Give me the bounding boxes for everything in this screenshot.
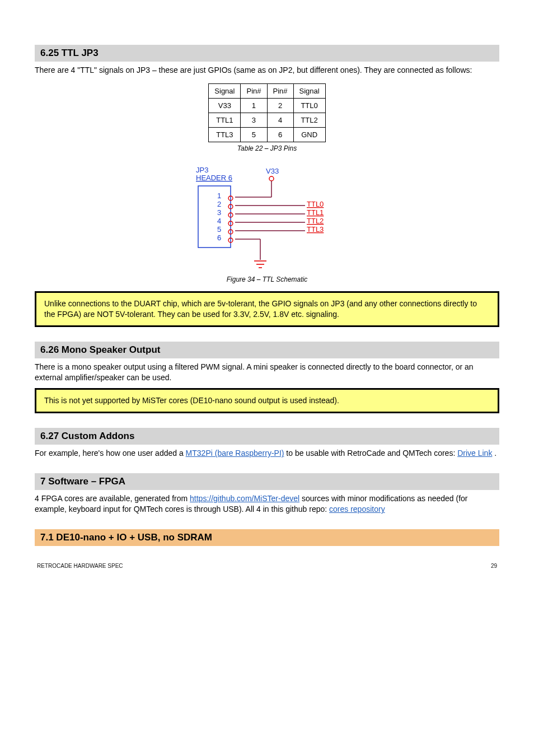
table-cell: V33: [209, 98, 241, 113]
net-label: TTL2: [307, 217, 324, 225]
pin-num: 1: [217, 192, 221, 200]
schem-header6-label: HEADER 6: [196, 174, 232, 182]
pin-num: 6: [217, 234, 221, 242]
mister-devel-link[interactable]: https://github.com/MiSTer-devel: [190, 494, 299, 503]
section-heading-speaker: 6.26 Mono Speaker Output: [35, 342, 499, 358]
section-body-ttl: There are 4 "TTL" signals on JP3 – these…: [35, 65, 499, 76]
ttl-schematic: JP3 HEADER 6 V33 1 2 3 4 5 6: [196, 166, 339, 272]
table-cell: 4: [267, 113, 293, 127]
table-head: Pin#: [267, 83, 293, 98]
section-heading-ttl: 6.25 TTL JP3: [35, 45, 499, 62]
mt32pi-link[interactable]: MT32Pi (bare Raspberry-PI): [186, 449, 284, 458]
ground-symbol-icon: [254, 261, 266, 268]
figure-caption-ttl: Figure 34 – TTL Schematic: [35, 276, 499, 283]
table-cell: TTL3: [209, 127, 241, 142]
table-cell: 1: [241, 98, 267, 113]
pin-num: 2: [217, 200, 221, 208]
table-cell: TTL1: [209, 113, 241, 127]
table-cell: 6: [267, 127, 293, 142]
text-fragment: 4 FPGA cores are available, generated fr…: [35, 494, 190, 503]
table-head: Signal: [209, 83, 241, 98]
warning-box-speaker: This is not yet supported by MiSTer core…: [35, 388, 499, 413]
table-cell: 3: [241, 113, 267, 127]
pin-num: 5: [217, 225, 221, 234]
text-fragment: .: [494, 449, 496, 458]
page-footer: RETROCADE HARDWARE SPEC 29: [35, 563, 499, 569]
table-head: Pin#: [241, 83, 267, 98]
section-heading-de10: 7.1 DE10-nano + IO + USB, no SDRAM: [35, 529, 499, 546]
schem-v33-label: V33: [266, 167, 279, 175]
table-cell: 5: [241, 127, 267, 142]
table-cell: GND: [293, 127, 325, 142]
text-fragment: For example, here's how one user added a: [35, 449, 186, 458]
net-label: TTL1: [307, 208, 324, 217]
net-label: TTL0: [307, 200, 324, 208]
schem-jp3-label: JP3: [196, 166, 208, 174]
table-cell: TTL2: [293, 113, 325, 127]
pin-num: 3: [217, 208, 221, 217]
drive-link[interactable]: Drive Link: [457, 449, 492, 458]
footer-left: RETROCADE HARDWARE SPEC: [37, 563, 123, 569]
net-label: TTL3: [307, 225, 324, 234]
cores-repo-link[interactable]: cores repository: [329, 505, 385, 514]
table-head: Signal: [293, 83, 325, 98]
section-body-speaker: There is a mono speaker output using a f…: [35, 362, 499, 383]
section-body-addons: For example, here's how one user added a…: [35, 448, 499, 459]
section-heading-addons: 6.27 Custom Addons: [35, 428, 499, 445]
pin-num: 4: [217, 217, 221, 225]
text-fragment: to be usable with RetroCade and QMTech c…: [286, 449, 457, 458]
jp3-pin-table: Signal Pin# Pin# Signal V33 1 2 TTL0 TTL…: [208, 83, 325, 142]
warning-box-ttl: Unlike connections to the DUART chip, wh…: [35, 291, 499, 327]
table-caption-jp3: Table 22 – JP3 Pins: [35, 144, 499, 152]
power-node-icon: [269, 176, 274, 181]
header-rect-icon: [198, 186, 231, 248]
table-cell: TTL0: [293, 98, 325, 113]
footer-page-number: 29: [491, 563, 497, 569]
section-body-software: 4 FPGA cores are available, generated fr…: [35, 493, 499, 515]
section-heading-software: 7 Software – FPGA: [35, 473, 499, 490]
table-cell: 2: [267, 98, 293, 113]
